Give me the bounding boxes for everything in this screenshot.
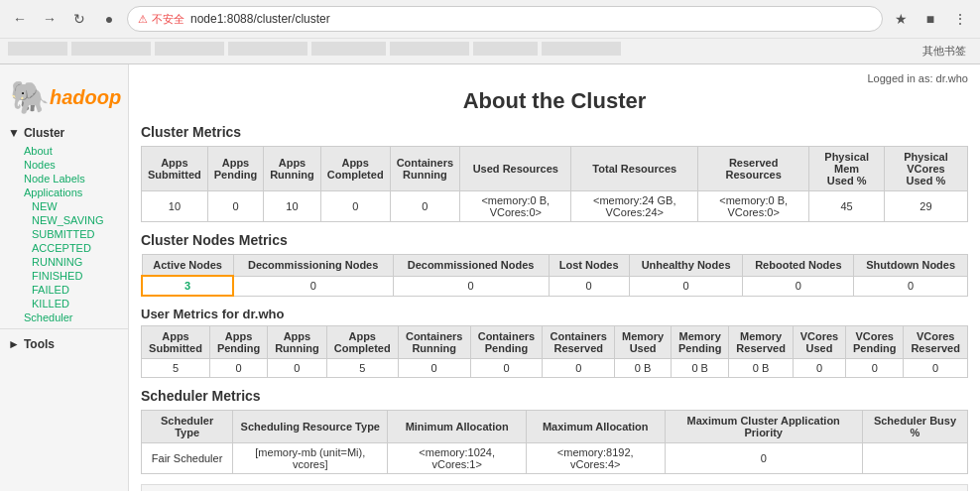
- forward-button[interactable]: →: [38, 7, 61, 31]
- um-col-vcores-reserved: VCoresReserved: [904, 326, 968, 359]
- sidebar-finished[interactable]: FINISHED: [24, 269, 128, 283]
- val-physical-vcores: 29: [884, 191, 967, 222]
- bookmark-8[interactable]: [542, 42, 621, 56]
- page-wrapper: 🐘 hadoop ▼ Cluster About Nodes Node Labe…: [0, 64, 980, 491]
- sidebar-about[interactable]: About: [16, 144, 128, 158]
- col-active-nodes: Active Nodes: [142, 255, 233, 277]
- sidebar-new[interactable]: NEW: [24, 199, 128, 213]
- cluster-nodes-row: 3 0 0 0 0 0 0: [142, 276, 968, 296]
- sidebar-cluster-section: ▼ Cluster About Nodes Node Labels Applic…: [0, 122, 128, 324]
- extensions-btn[interactable]: ■: [919, 7, 942, 31]
- um-col-vcores-pending: VCoresPending: [846, 326, 904, 359]
- sm-val-max-priority: 0: [665, 443, 862, 474]
- col-physical-vcores: Physical VCoresUsed %: [884, 147, 967, 191]
- val-apps-pending: 0: [207, 191, 263, 222]
- um-val-memory-used: 0 B: [615, 359, 672, 378]
- sidebar-nodes[interactable]: Nodes: [16, 158, 128, 172]
- user-metrics-row: 5 0 0 5 0 0 0 0 B 0 B 0 B 0 0 0: [142, 359, 968, 378]
- col-apps-running: AppsRunning: [264, 147, 321, 191]
- col-reserved-resources: Reserved Resources: [697, 147, 808, 191]
- sidebar-scheduler[interactable]: Scheduler: [16, 310, 128, 324]
- sidebar-failed[interactable]: FAILED: [24, 283, 128, 297]
- col-physical-mem: Physical MemUsed %: [809, 147, 885, 191]
- val-apps-running: 10: [264, 191, 321, 222]
- val-apps-completed: 0: [320, 191, 390, 222]
- cluster-nodes-section: Cluster Nodes Metrics Active Nodes Decom…: [141, 232, 968, 297]
- address-bar[interactable]: ⚠ 不安全 node1:8088/cluster/cluster: [127, 6, 883, 32]
- tools-expand-icon: ►: [8, 337, 20, 351]
- bookmark-3[interactable]: [155, 42, 224, 56]
- bookmark-6[interactable]: [390, 42, 469, 56]
- hadoop-logo-text: hadoop: [50, 86, 121, 109]
- col-lost-nodes: Lost Nodes: [549, 255, 629, 277]
- val-rebooted-nodes: 0: [743, 276, 854, 296]
- other-bookmarks[interactable]: 其他书签: [917, 42, 972, 61]
- main-content: Logged in as: dr.who About the Cluster C…: [129, 64, 980, 491]
- sm-col-type: Scheduler Type: [142, 411, 233, 443]
- logo-area: 🐘 hadoop: [0, 72, 128, 122]
- um-col-containers-running: ContainersRunning: [398, 326, 470, 359]
- sidebar-tools-label: Tools: [24, 337, 55, 351]
- col-used-resources: Used Resources: [460, 147, 571, 191]
- sidebar-accepted[interactable]: ACCEPTED: [24, 241, 128, 255]
- sidebar-submitted[interactable]: SUBMITTED: [24, 227, 128, 241]
- cluster-nodes-title: Cluster Nodes Metrics: [141, 232, 968, 248]
- val-decommissioning-nodes: 0: [233, 276, 393, 296]
- col-decommissioning-nodes: Decommissioning Nodes: [233, 255, 393, 277]
- reload-button[interactable]: ↻: [67, 7, 91, 31]
- um-col-memory-reserved: MemoryReserved: [729, 326, 794, 359]
- bookmark-1[interactable]: [8, 42, 67, 56]
- home-button[interactable]: ●: [97, 7, 121, 31]
- sidebar-cluster-items: About Nodes Node Labels Applications NEW…: [0, 144, 128, 324]
- back-button[interactable]: ←: [8, 7, 32, 31]
- bookmark-2[interactable]: [71, 42, 151, 56]
- sm-col-max-priority: Maximum Cluster Application Priority: [665, 411, 862, 443]
- bookmark-btn[interactable]: ★: [889, 7, 913, 31]
- cluster-metrics-row: 10 0 10 0 0 <memory:0 B, VCores:0> <memo…: [142, 191, 968, 222]
- sidebar-new-saving[interactable]: NEW_SAVING: [24, 213, 128, 227]
- active-nodes-link[interactable]: 3: [184, 280, 190, 292]
- um-col-containers-reserved: ContainersReserved: [543, 326, 615, 359]
- col-decommissioned-nodes: Decommissioned Nodes: [393, 255, 549, 277]
- col-rebooted-nodes: Rebooted Nodes: [743, 255, 854, 277]
- sidebar-cluster-header[interactable]: ▼ Cluster: [0, 122, 128, 144]
- sm-val-min-alloc: <memory:1024, vCores:1>: [388, 443, 527, 474]
- bookmark-5[interactable]: [311, 42, 386, 56]
- val-shutdown-nodes: 0: [854, 276, 968, 296]
- sidebar: 🐘 hadoop ▼ Cluster About Nodes Node Labe…: [0, 64, 129, 491]
- um-col-apps-pending: AppsPending: [209, 326, 267, 359]
- sidebar-tools-header[interactable]: ► Tools: [0, 333, 128, 355]
- security-label: 不安全: [152, 12, 184, 27]
- sidebar-running[interactable]: RUNNING: [24, 255, 128, 269]
- sm-val-type: Fair Scheduler: [142, 443, 233, 474]
- sm-val-resource-type: [memory-mb (unit=Mi), vcores]: [233, 443, 388, 474]
- bookmarks-bar: 其他书签: [0, 38, 980, 63]
- sm-val-max-alloc: <memory:8192, vCores:4>: [526, 443, 665, 474]
- sidebar-applications[interactable]: Applications: [16, 186, 128, 199]
- val-decommissioned-nodes: 0: [393, 276, 549, 296]
- col-unhealthy-nodes: Unhealthy Nodes: [629, 255, 743, 277]
- scheduler-metrics-row: Fair Scheduler [memory-mb (unit=Mi), vco…: [142, 443, 968, 474]
- scheduler-metrics-section: Scheduler Metrics Scheduler Type Schedul…: [141, 388, 968, 474]
- col-apps-completed: AppsCompleted: [320, 147, 390, 191]
- menu-btn[interactable]: ⋮: [948, 7, 972, 31]
- sm-col-max-alloc: Maximum Allocation: [526, 411, 665, 443]
- um-col-apps-submitted: AppsSubmitted: [142, 326, 210, 359]
- um-col-apps-running: AppsRunning: [268, 326, 326, 359]
- page-title: About the Cluster: [141, 88, 968, 114]
- um-val-memory-pending: 0 B: [672, 359, 729, 378]
- um-val-vcores-pending: 0: [846, 359, 904, 378]
- scheduler-metrics-title: Scheduler Metrics: [141, 388, 968, 404]
- um-val-apps-pending: 0: [209, 359, 267, 378]
- bookmark-4[interactable]: [228, 42, 307, 56]
- bookmark-7[interactable]: [473, 42, 538, 56]
- cluster-overview-link[interactable]: Cluster overview: [879, 489, 959, 491]
- val-used-resources: <memory:0 B, VCores:0>: [460, 191, 571, 222]
- sidebar-killed[interactable]: KILLED: [24, 297, 128, 310]
- sidebar-node-labels[interactable]: Node Labels: [16, 172, 128, 186]
- sm-col-min-alloc: Minimum Allocation: [388, 411, 527, 443]
- col-apps-pending: AppsPending: [207, 147, 263, 191]
- sidebar-cluster-label: Cluster: [24, 126, 64, 140]
- elephant-icon: 🐘: [10, 78, 50, 116]
- logged-in-text: Logged in as: dr.who: [141, 72, 968, 84]
